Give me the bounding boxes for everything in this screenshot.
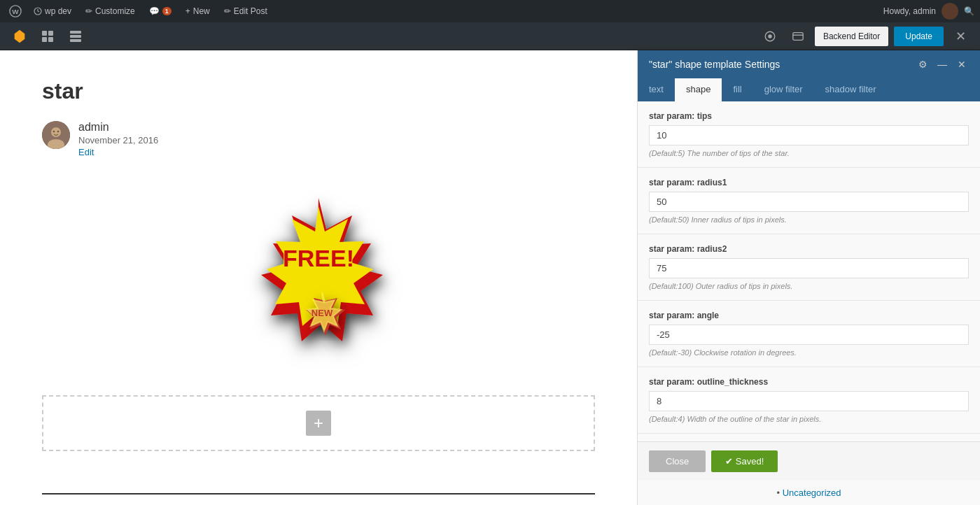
new-link[interactable]: + New [180, 0, 216, 22]
svg-point-15 [57, 131, 59, 132]
param-radius1-section: star param: radius1 (Default:50) Inner r… [638, 168, 980, 234]
param-angle-label: star param: angle [649, 311, 969, 320]
svg-rect-6 [48, 37, 53, 42]
param-angle-hint: (Default:-30) Clockwise rotation in degr… [649, 348, 969, 357]
add-module-btn[interactable] [36, 25, 59, 48]
panel-close-btn[interactable]: ✕ [955, 57, 969, 71]
param-tips-hint: (Default:5) The number of tips of the st… [649, 149, 969, 157]
panel-minimize-btn[interactable]: — [935, 57, 949, 71]
customize-icon: ✏ [85, 6, 92, 16]
post-date: November 21, 2016 [78, 135, 158, 145]
param-angle-section: star param: angle (Default:-30) Clockwis… [638, 301, 980, 367]
plus-icon: + [186, 6, 190, 16]
param-tips-label: star param: tips [649, 111, 969, 121]
tab-fill[interactable]: fill [722, 78, 752, 101]
divi-logo-btn[interactable] [8, 25, 31, 48]
avatar [42, 121, 70, 149]
admin-bar: W wp dev ✏ Customize 💬 1 + New ✏ Edit Po… [0, 0, 980, 22]
param-radius2-section: star param: radius2 (Default:100) Outer … [638, 234, 980, 301]
param-angle-input[interactable] [649, 325, 969, 345]
svg-rect-10 [793, 32, 803, 40]
comments-link[interactable]: 💬 1 [144, 0, 177, 22]
uncategorized-area: • Uncategorized [638, 481, 980, 505]
customize-link[interactable]: ✏ Customize [80, 0, 141, 22]
svg-rect-5 [42, 37, 47, 42]
panel-footer: Close ✔ Saved! [638, 441, 980, 481]
close-builder-btn[interactable]: ✕ [949, 25, 972, 48]
svg-rect-4 [48, 31, 53, 36]
tab-shadow-filter[interactable]: shadow filter [814, 78, 888, 101]
param-radius2-input[interactable] [649, 258, 969, 278]
badge-area: FREE! NEW [42, 171, 595, 381]
author-section: admin November 21, 2016 Edit [42, 121, 595, 157]
param-outline-label: star param: outline_thickness [649, 377, 969, 387]
tab-glow-filter[interactable]: glow filter [753, 78, 814, 101]
svg-rect-7 [70, 31, 81, 34]
page-content: star admin November 21, 2016 Edit [0, 50, 637, 505]
wp-logo-icon[interactable]: W [6, 1, 25, 21]
howdy-text: Howdy, admin [883, 6, 936, 16]
add-block-placeholder: + [42, 395, 595, 451]
admin-bar-left: W wp dev ✏ Customize 💬 1 + New ✏ Edit Po… [6, 0, 883, 22]
backend-editor-btn[interactable]: Backend Editor [815, 27, 888, 46]
avatar-icon [941, 3, 958, 20]
add-block-btn[interactable]: + [306, 411, 331, 436]
star-badge: FREE! NEW [220, 177, 416, 376]
param-tips-input[interactable] [649, 125, 969, 145]
edit-icon: ✏ [224, 6, 231, 16]
settings-panel: "star" shape template Settings ⚙ — ✕ tex… [637, 50, 980, 505]
post-title: star [42, 78, 595, 104]
edit-link[interactable]: Edit [78, 147, 158, 157]
svg-text:W: W [12, 8, 19, 15]
panel-tabs: text shape fill glow filter shadow filte… [638, 78, 980, 101]
param-radius1-hint: (Default:50) Inner radius of tips in pix… [649, 215, 969, 224]
comments-icon: 💬 [149, 6, 160, 16]
saved-btn[interactable]: ✔ Saved! [711, 450, 778, 472]
svg-text:NEW: NEW [312, 308, 333, 318]
panel-settings-btn[interactable]: ⚙ [916, 57, 930, 71]
param-radius1-input[interactable] [649, 192, 969, 212]
tab-shape[interactable]: shape [675, 78, 722, 101]
uncategorized-link[interactable]: Uncategorized [783, 488, 841, 498]
settings-gear-btn[interactable] [759, 25, 781, 48]
edit-post-link[interactable]: ✏ Edit Post [218, 0, 273, 22]
site-name-link[interactable]: wp dev [28, 0, 77, 22]
author-name: admin [78, 121, 158, 134]
param-radius2-label: star param: radius2 [649, 244, 969, 254]
toolbar-right: Backend Editor Update ✕ [759, 25, 972, 48]
param-outline-hint: (Default:4) Width of the outline of the … [649, 415, 969, 423]
update-btn[interactable]: Update [894, 27, 944, 46]
panel-header: "star" shape template Settings ⚙ — ✕ [638, 50, 980, 78]
param-radius1-label: star param: radius1 [649, 178, 969, 187]
grid-view-btn[interactable] [64, 25, 87, 48]
close-btn[interactable]: Close [649, 450, 706, 472]
svg-point-14 [53, 131, 55, 132]
panel-title: "star" shape template Settings [649, 59, 780, 70]
param-tips-section: star param: tips (Default:5) The number … [638, 101, 980, 168]
main-layout: star admin November 21, 2016 Edit [0, 50, 980, 505]
builder-toolbar: Backend Editor Update ✕ [0, 22, 980, 50]
svg-text:FREE!: FREE! [283, 245, 354, 271]
svg-rect-9 [70, 39, 81, 42]
param-outline-section: star param: outline_thickness (Default:4… [638, 367, 980, 434]
svg-rect-8 [70, 35, 81, 38]
author-meta: admin November 21, 2016 Edit [78, 121, 158, 157]
panel-body: star param: tips (Default:5) The number … [638, 101, 980, 441]
admin-bar-right: Howdy, admin 🔍 [883, 3, 974, 20]
param-outline-input[interactable] [649, 391, 969, 411]
panel-header-icons: ⚙ — ✕ [916, 57, 969, 71]
preview-btn[interactable] [787, 25, 809, 48]
svg-rect-3 [42, 31, 47, 36]
toolbar-left [8, 25, 753, 48]
search-icon[interactable]: 🔍 [964, 6, 974, 16]
reply-section: Leave a Reply Logged in as admin. Log ou… [42, 493, 595, 505]
param-radius2-hint: (Default:100) Outer radius of tips in pi… [649, 282, 969, 290]
tab-text[interactable]: text [638, 78, 675, 101]
